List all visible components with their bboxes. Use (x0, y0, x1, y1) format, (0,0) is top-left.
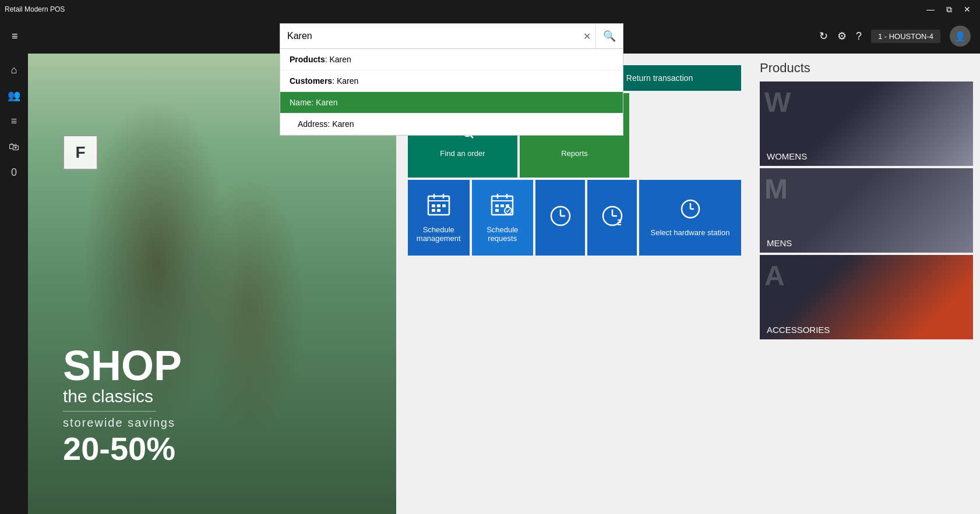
hero-letter: F (63, 135, 98, 170)
home-icon: ⌂ (11, 64, 17, 76)
search-dropdown: Products: Karen Customers: Karen Name: K… (280, 49, 623, 136)
bag-icon: 🛍 (9, 141, 19, 153)
search-input[interactable] (280, 31, 579, 41)
mens-label: MENS (767, 238, 792, 248)
schedule-management-icon (427, 193, 450, 221)
bottom-tile-row: Schedule management (408, 180, 741, 256)
customers-search-value: Karen (337, 76, 358, 86)
products-title: Products (760, 61, 973, 76)
maximize-button[interactable]: ⧉ (942, 4, 957, 15)
close-button[interactable]: ✕ (959, 4, 975, 15)
minimize-button[interactable]: — (922, 4, 939, 15)
settings-button[interactable]: ⚙ (837, 30, 847, 42)
schedule-management-tile[interactable]: Schedule management (408, 180, 470, 256)
store-info: 1 - HOUSTON-4 (871, 30, 940, 43)
product-card-accessories[interactable]: A ACCESSORIES (760, 255, 973, 339)
customers-icon: 👥 (8, 89, 20, 102)
title-bar: Retail Modern POS — ⧉ ✕ (0, 0, 980, 19)
select-hardware-station-label: Select hardware station (651, 228, 730, 237)
schedule-requests-icon (491, 193, 514, 221)
address-search-label: Address: Karen (298, 119, 354, 129)
search-products-item[interactable]: Products: Karen (280, 49, 623, 70)
womens-label: WOMENS (767, 151, 807, 161)
clock-in-icon (549, 205, 572, 231)
clock-in-tile[interactable] (535, 180, 585, 256)
reports-label: Reports (561, 149, 588, 158)
hero-discount-text: 20-50% (63, 430, 182, 467)
svg-rect-12 (442, 204, 446, 207)
products-category-label: Products (290, 55, 325, 64)
top-bar-right: ↻ ⚙ ? 1 - HOUSTON-4 👤 (819, 26, 971, 47)
avatar-button[interactable]: 👤 (950, 26, 971, 47)
search-address-item[interactable]: Address: Karen (280, 114, 623, 135)
name-search-label: Name: Karen (290, 98, 337, 107)
sidebar-item-customers[interactable]: 👥 (2, 84, 26, 107)
select-hardware-station-icon (680, 198, 701, 224)
womens-letter: W (764, 86, 791, 118)
svg-rect-20 (500, 204, 504, 207)
sidebar-item-home[interactable]: ⌂ (2, 58, 26, 81)
hero-divider (63, 411, 156, 412)
svg-rect-22 (495, 209, 499, 212)
mens-letter: M (764, 173, 788, 205)
count-icon: 0 (11, 166, 17, 179)
sidebar-item-count[interactable]: 0 (2, 161, 26, 184)
schedule-requests-tile[interactable]: Schedule requests (472, 180, 534, 256)
search-name-item[interactable]: Name: Karen (280, 92, 623, 114)
select-hardware-station-tile[interactable]: Select hardware station (639, 180, 741, 256)
search-customers-item[interactable]: Customers: Karen (280, 70, 623, 92)
help-button[interactable]: ? (856, 30, 862, 42)
accessories-letter: A (764, 260, 785, 292)
search-overlay: ✕ 🔍 Products: Karen Customers: Karen Nam… (280, 23, 623, 136)
right-panel: Products W WOMENS M MENS A ACCESSORIES (753, 54, 980, 514)
refresh-button[interactable]: ↻ (819, 30, 828, 42)
sidebar-item-orders[interactable]: 🛍 (2, 135, 26, 158)
top-bar: ≡ ✕ 🔍 Products: Karen Customers: Karen N… (0, 19, 980, 54)
menu-icon: ≡ (11, 115, 17, 127)
schedule-management-label: Schedule management (408, 225, 470, 243)
product-card-womens[interactable]: W WOMENS (760, 81, 973, 166)
accessories-label: ACCESSORIES (767, 325, 830, 335)
title-bar-controls: — ⧉ ✕ (922, 4, 975, 15)
hero-savings-text: storewide savings (63, 416, 182, 430)
find-order-label: Find an order (440, 149, 485, 158)
products-search-value: Karen (329, 55, 351, 64)
search-submit-button[interactable]: 🔍 (595, 24, 623, 48)
product-grid: W WOMENS M MENS A ACCESSORIES (760, 81, 973, 339)
customers-category-label: Customers (290, 76, 332, 86)
sidebar: ⌂ 👥 ≡ 🛍 0 (0, 54, 28, 514)
search-icon: 🔍 (603, 30, 616, 42)
svg-rect-13 (432, 209, 435, 212)
hero-shop-text: SHOP (63, 345, 182, 387)
svg-rect-14 (437, 209, 440, 212)
title-bar-left: Retail Modern POS (5, 5, 65, 13)
svg-rect-11 (437, 204, 440, 207)
schedule-requests-label: Schedule requests (472, 225, 534, 243)
sidebar-item-menu[interactable]: ≡ (2, 109, 26, 133)
avatar-icon: 👤 (954, 31, 966, 42)
app-title: Retail Modern POS (5, 5, 65, 13)
app-container: ≡ ✕ 🔍 Products: Karen Customers: Karen N… (0, 19, 980, 514)
hero-sub-text: the classics (63, 387, 182, 406)
search-clear-button[interactable]: ✕ (579, 31, 595, 42)
clock-out-tile[interactable] (587, 180, 637, 256)
clock-out-icon (601, 205, 623, 231)
hamburger-button[interactable]: ≡ (9, 28, 20, 45)
svg-rect-19 (495, 204, 499, 207)
product-card-mens[interactable]: M MENS (760, 168, 973, 253)
clock-tiles (535, 180, 637, 256)
search-bar: ✕ 🔍 (280, 23, 623, 49)
hero-overlay: SHOP the classics storewide savings 20-5… (63, 345, 182, 467)
svg-rect-10 (432, 204, 435, 207)
